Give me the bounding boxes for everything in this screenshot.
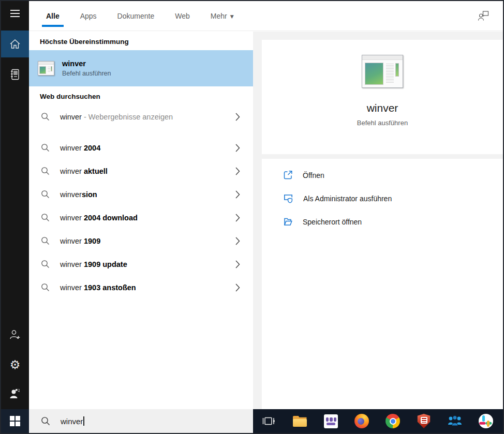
taskbar-item-security-shield[interactable] [408, 409, 439, 433]
task-view-icon [262, 414, 276, 428]
search-icon [41, 190, 50, 199]
search-icon [41, 416, 50, 426]
chevron-right-icon[interactable] [235, 214, 240, 222]
search-icon [41, 260, 50, 268]
purple-app-icon [324, 414, 338, 428]
taskbar-item-slack[interactable] [470, 409, 501, 433]
best-match-title: winver [62, 59, 111, 68]
chrome-icon [386, 414, 400, 428]
web-suggestion-row[interactable]: winver 1909 update [29, 252, 253, 276]
search-query-text: winver [61, 417, 83, 426]
sidebar-item-feedback[interactable] [1, 381, 29, 407]
suggestion-text: winver 1909 [60, 237, 102, 245]
tab-apps[interactable]: Apps [79, 2, 98, 31]
open-location-icon [283, 217, 293, 227]
preview-subtitle: Befehl ausführen [262, 119, 503, 127]
action-open-file-location-label: Speicherort öffnen [303, 218, 362, 226]
search-filter-tabs: Alle Apps Dokumente Web Mehr▼ [29, 1, 503, 31]
open-icon [283, 170, 293, 180]
search-icon [41, 213, 50, 222]
person-feedback-icon [478, 10, 490, 21]
home-icon [9, 38, 21, 50]
chevron-right-icon[interactable] [235, 167, 240, 175]
best-match-header: Höchste Übereinstimmung [29, 32, 253, 50]
search-icon [41, 112, 50, 121]
web-suggestion-row[interactable]: winver 1909 [29, 229, 253, 252]
taskbar-item-chrome[interactable] [377, 409, 408, 433]
file-explorer-icon [293, 416, 307, 427]
preview-panel: winver Befehl ausführen Öffnen Als Admin… [253, 32, 503, 409]
tab-mehr[interactable]: Mehr▼ [210, 2, 235, 31]
sidebar-item-add-user[interactable] [1, 322, 29, 348]
best-match-subtitle: Befehl ausführen [62, 70, 111, 77]
search-icon [41, 167, 50, 175]
chevron-right-icon[interactable] [235, 190, 240, 199]
winver-app-icon [38, 61, 54, 76]
web-suggestion-row[interactable]: winver aktuell [29, 159, 253, 183]
suggestion-text: winver aktuell [60, 167, 110, 175]
suggestion-text: winver 2004 [60, 144, 102, 152]
start-button[interactable] [1, 409, 29, 433]
admin-shield-icon [283, 193, 293, 204]
action-open-file-location[interactable]: Speicherort öffnen [262, 210, 503, 233]
tab-web[interactable]: Web [174, 2, 191, 31]
sidebar-item-journal[interactable] [1, 62, 29, 87]
tab-dokumente-label: Dokumente [117, 12, 155, 20]
taskbar-item-people-app[interactable] [439, 409, 470, 433]
chevron-right-icon[interactable] [235, 260, 240, 268]
web-suggestion-row[interactable]: winversion [29, 183, 253, 206]
tab-dokumente[interactable]: Dokumente [116, 2, 156, 31]
web-suggestion-row[interactable]: winver 1903 anstoßen [29, 276, 253, 299]
search-icon [41, 236, 50, 245]
text-cursor [83, 416, 84, 426]
action-open-label: Öffnen [303, 171, 324, 179]
tab-alle-label: Alle [46, 12, 60, 20]
suggestion-text: winver 1903 anstoßen [60, 283, 138, 292]
taskbar-item-purple-app[interactable] [315, 409, 346, 433]
web-suggestion-row[interactable]: winver- Webergebnisse anzeigen [29, 105, 253, 128]
search-icon [41, 283, 50, 292]
winver-app-icon-large [362, 55, 403, 88]
web-suggestion-row[interactable]: winver 2004 download [29, 206, 253, 229]
add-user-icon [9, 328, 21, 341]
firefox-icon [354, 414, 369, 428]
preview-actions-card: Öffnen Als Administrator ausführen Speic… [262, 159, 503, 409]
action-run-as-admin-label: Als Administrator ausführen [303, 194, 392, 203]
hamburger-bars [10, 10, 20, 17]
sidebar-item-settings[interactable]: ⚙ [1, 352, 29, 378]
chevron-right-icon[interactable] [235, 237, 240, 245]
action-open[interactable]: Öffnen [262, 163, 503, 187]
tab-alle[interactable]: Alle [45, 2, 61, 31]
suggestion-text: winver 1909 update [60, 260, 129, 268]
chevron-right-icon[interactable] [235, 113, 240, 121]
action-run-as-admin[interactable]: Als Administrator ausführen [262, 187, 503, 210]
security-shield-icon [417, 414, 431, 428]
suggestion-text: winver- Webergebnisse anzeigen [60, 113, 173, 121]
taskbar-item-task-view[interactable] [253, 409, 284, 433]
taskbar-item-firefox[interactable] [346, 409, 377, 433]
tab-web-label: Web [175, 12, 190, 20]
settings-gear-icon: ⚙ [10, 358, 21, 371]
suggestion-text: winver 2004 download [60, 214, 140, 222]
best-match-result[interactable]: winver Befehl ausführen [29, 50, 253, 86]
hamburger-menu-icon[interactable] [1, 1, 29, 26]
slack-icon [479, 414, 493, 428]
share-feedback-icon [9, 387, 21, 400]
journal-icon [9, 68, 21, 81]
chevron-right-icon[interactable] [235, 283, 240, 292]
preview-title: winver [262, 102, 503, 114]
taskbar-search-input[interactable]: winver [29, 409, 253, 433]
sidebar: ⚙ [1, 1, 29, 409]
sidebar-item-home[interactable] [1, 31, 29, 57]
windows-search-flyout: ⚙ Alle Apps Dokumente Web Mehr▼ [0, 0, 504, 434]
account-feedback-button[interactable] [478, 10, 490, 21]
bottom-bar: winver [1, 409, 503, 433]
best-match-text: winver Befehl ausführen [62, 59, 111, 77]
windows-start-icon [10, 416, 20, 426]
web-search-header: Web durchsuchen [29, 86, 253, 105]
taskbar [253, 409, 503, 433]
web-suggestion-row[interactable]: winver 2004 [29, 136, 253, 159]
chevron-right-icon[interactable] [235, 144, 240, 152]
taskbar-item-file-explorer[interactable] [284, 409, 315, 433]
preview-header-card: winver Befehl ausführen [262, 40, 503, 154]
